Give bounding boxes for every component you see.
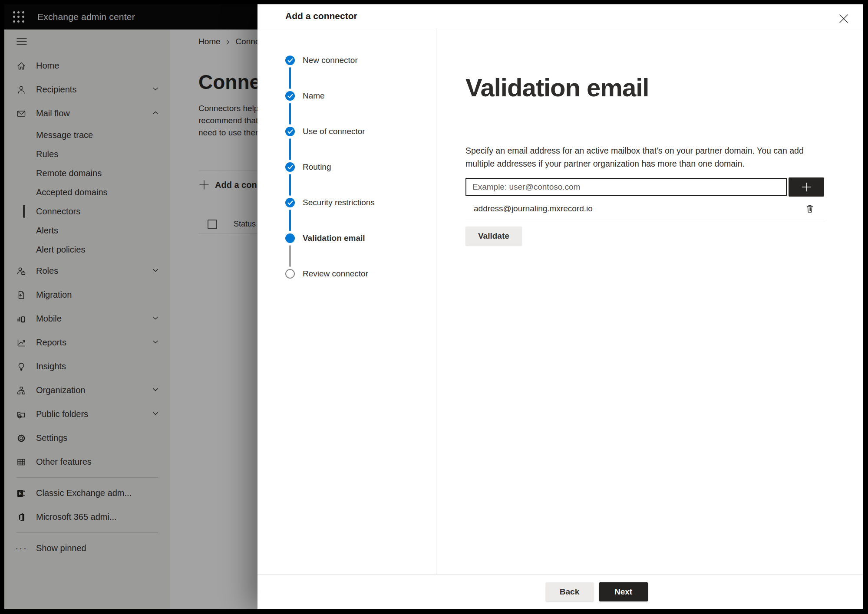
step-new-connector[interactable]: New connector [285,55,358,66]
screen: Exchange admin center Home Recipients Ma… [4,4,863,609]
step-routing[interactable]: Routing [285,162,331,172]
panel-header: Add a connector [257,4,863,28]
step-page-title: Validation email [465,73,649,102]
step-upcoming-icon [285,269,295,279]
add-email-button[interactable] [789,177,824,197]
step-complete-icon [285,91,295,101]
panel-title: Add a connector [285,11,357,21]
plus-icon [801,181,812,193]
add-connector-panel: Add a connector New connector Name [257,4,863,609]
step-page-description: Specify an email address for an active m… [465,144,832,170]
trash-icon [805,204,815,213]
step-connector-line [289,245,291,267]
step-use-of-connector[interactable]: Use of connector [285,126,365,137]
step-review-connector: Review connector [285,269,368,279]
panel-footer: Back Next [257,575,863,609]
validation-email-input[interactable] [465,178,787,196]
step-validation-email[interactable]: Validation email [285,233,365,243]
step-connector-line [289,103,291,125]
step-connector-line [289,67,291,89]
step-complete-icon [285,127,295,136]
wizard-stepper: New connector Name Use of connector Rout… [257,28,436,575]
validate-button[interactable]: Validate [465,227,522,246]
step-security-restrictions[interactable]: Security restrictions [285,197,375,208]
step-connector-line [289,174,291,196]
back-button[interactable]: Back [546,582,594,601]
close-button[interactable] [835,10,852,27]
step-name[interactable]: Name [285,91,325,101]
delete-address-button[interactable] [802,201,817,216]
step-connector-line [289,210,291,231]
step-connector-line [289,138,291,160]
email-input-row [465,178,824,197]
step-complete-icon [285,198,295,207]
panel-body: New connector Name Use of connector Rout… [257,28,863,575]
wizard-content: Validation email Specify an email addres… [436,28,863,575]
validation-address-row: address@journaling.mxrecord.io [465,196,826,221]
validation-address: address@journaling.mxrecord.io [474,204,593,213]
step-current-icon [285,233,295,243]
close-icon [839,14,848,23]
next-button[interactable]: Next [599,582,648,601]
step-complete-icon [285,56,295,65]
step-complete-icon [285,162,295,172]
